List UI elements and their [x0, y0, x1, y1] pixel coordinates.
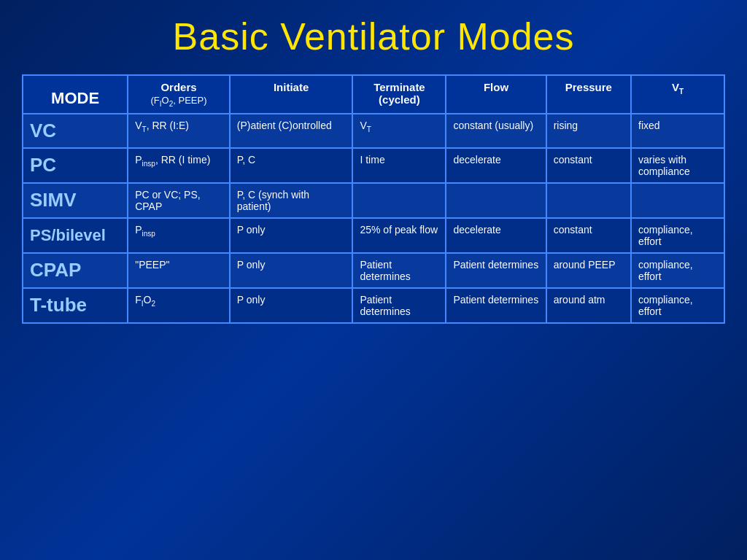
header-terminate: Terminate (cycled): [352, 75, 446, 114]
header-vt: VT: [631, 75, 724, 114]
flow-cpap: Patient determines: [446, 253, 546, 288]
terminate-psbilevel: 25% of peak flow: [352, 218, 446, 253]
ventilator-modes-table: MODE Orders (FIO2, PEEP) Initiate Termin…: [22, 74, 725, 324]
flow-simv: [446, 183, 546, 218]
flow-ttube: Patient determines: [446, 288, 546, 323]
vt-ttube: compliance, effort: [631, 288, 724, 323]
pressure-ttube: around atm: [546, 288, 631, 323]
orders-simv: PC or VC; PS, CPAP: [128, 183, 230, 218]
header-mode: MODE: [23, 75, 128, 114]
slide: Basic Ventilator Modes MODE Orders (FIO2…: [0, 0, 747, 560]
terminate-simv: [352, 183, 446, 218]
vt-pc: varies with compliance: [631, 148, 724, 183]
mode-pc: PC: [23, 148, 128, 183]
table-row: PC Pinsp, RR (I time) P, C I time decele…: [23, 148, 724, 183]
vt-psbilevel: compliance, effort: [631, 218, 724, 253]
orders-ttube: FIO2: [128, 288, 230, 323]
terminate-vc: VT: [352, 114, 446, 148]
mode-cpap: CPAP: [23, 253, 128, 288]
page-title: Basic Ventilator Modes: [173, 15, 575, 58]
flow-pc: decelerate: [446, 148, 546, 183]
pressure-vc: rising: [546, 114, 631, 148]
initiate-ttube: P only: [230, 288, 353, 323]
terminate-cpap: Patient determines: [352, 253, 446, 288]
terminate-ttube: Patient determines: [352, 288, 446, 323]
orders-pc: Pinsp, RR (I time): [128, 148, 230, 183]
vt-vc: fixed: [631, 114, 724, 148]
mode-vc: VC: [23, 114, 128, 148]
mode-ttube: T-tube: [23, 288, 128, 323]
terminate-pc: I time: [352, 148, 446, 183]
orders-vc: VT, RR (I:E): [128, 114, 230, 148]
pressure-psbilevel: constant: [546, 218, 631, 253]
initiate-simv: P, C (synch with patient): [230, 183, 353, 218]
initiate-pc: P, C: [230, 148, 353, 183]
table-row: PS/bilevel Pinsp P only 25% of peak flow…: [23, 218, 724, 253]
initiate-cpap: P only: [230, 253, 353, 288]
table-row: T-tube FIO2 P only Patient determines Pa…: [23, 288, 724, 323]
mode-psbilevel: PS/bilevel: [23, 218, 128, 253]
header-initiate: Initiate: [230, 75, 353, 114]
mode-simv: SIMV: [23, 183, 128, 218]
vt-cpap: compliance, effort: [631, 253, 724, 288]
vt-simv: [631, 183, 724, 218]
initiate-psbilevel: P only: [230, 218, 353, 253]
table-row: CPAP "PEEP" P only Patient determines Pa…: [23, 253, 724, 288]
table-row: SIMV PC or VC; PS, CPAP P, C (synch with…: [23, 183, 724, 218]
header-pressure: Pressure: [546, 75, 631, 114]
header-flow: Flow: [446, 75, 546, 114]
pressure-pc: constant: [546, 148, 631, 183]
flow-vc: constant (usually): [446, 114, 546, 148]
orders-cpap: "PEEP": [128, 253, 230, 288]
header-orders: Orders (FIO2, PEEP): [128, 75, 230, 114]
table-row: VC VT, RR (I:E) (P)atient (C)ontrolled V…: [23, 114, 724, 148]
flow-psbilevel: decelerate: [446, 218, 546, 253]
pressure-simv: [546, 183, 631, 218]
pressure-cpap: around PEEP: [546, 253, 631, 288]
initiate-vc: (P)atient (C)ontrolled: [230, 114, 353, 148]
orders-psbilevel: Pinsp: [128, 218, 230, 253]
